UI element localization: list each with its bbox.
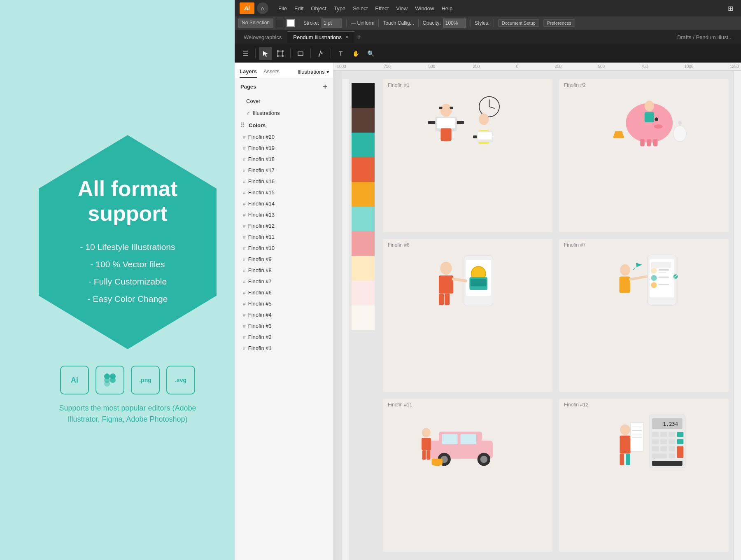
no-selection-dropdown[interactable]: No Selection [238, 19, 273, 28]
layer-item[interactable]: #Finofin #11 [235, 231, 333, 243]
add-tab-button[interactable]: + [357, 33, 361, 42]
swatch-orange [352, 157, 375, 182]
tab-close-icon[interactable]: ✕ [345, 35, 349, 40]
illustrations-dropdown[interactable]: Illustrations ▾ [293, 66, 334, 78]
layer-item[interactable]: #Finofin #7 [235, 276, 333, 287]
tools-sep-1 [255, 49, 256, 58]
layer-item[interactable]: #Finofin #4 [235, 309, 333, 320]
preferences-button[interactable]: Preferences [543, 19, 575, 27]
svg-rect-49 [439, 275, 453, 294]
home-icon[interactable]: ⌂ [257, 2, 268, 14]
svg-point-35 [645, 100, 654, 111]
svg-rect-80 [422, 438, 431, 450]
layer-item[interactable]: #Finofin #12 [235, 220, 333, 231]
canvas-area[interactable]: -1000 -750 -500 -250 0 250 500 750 1000 … [333, 63, 741, 560]
svg-rect-81 [422, 450, 426, 460]
zoom-tool-icon[interactable]: 🔍 [364, 47, 377, 60]
selection-tool-icon[interactable] [259, 47, 272, 60]
svg-rect-10 [298, 52, 303, 56]
page-cover[interactable]: Cover [235, 95, 333, 107]
menu-items: File Edit Object Type Select Effect View… [275, 4, 456, 13]
illus-finofin-11: Finofin #11 [383, 399, 552, 552]
layer-item[interactable]: #Finofin #14 [235, 198, 333, 209]
layer-item[interactable]: #Finofin #19 [235, 142, 333, 154]
ai-app-logo: Ai [240, 2, 254, 14]
layer-item[interactable]: #Finofin #6 [235, 287, 333, 298]
colors-section-header[interactable]: ⠿ Colors [235, 119, 333, 131]
layer-item[interactable]: #Finofin #13 [235, 209, 333, 220]
rectangle-tool-icon[interactable] [294, 47, 307, 60]
toolbar-separator-6 [494, 19, 494, 27]
tab-welovegraphics[interactable]: Welovegraphics [238, 32, 287, 43]
hamburger-icon[interactable]: ☰ [239, 47, 252, 60]
svg-point-31 [654, 124, 663, 129]
transform-tool-icon[interactable] [274, 47, 287, 60]
fill-color-box[interactable] [287, 19, 295, 27]
layer-item[interactable]: #Finofin #2 [235, 331, 333, 343]
ruler-top: -1000 -750 -500 -250 0 250 500 750 1000 … [333, 63, 741, 71]
stroke-value-input[interactable] [322, 19, 342, 28]
pen-tool-icon[interactable] [314, 47, 327, 60]
hash-icon: # [243, 279, 246, 285]
menu-select[interactable]: Select [350, 4, 371, 13]
tab-layers[interactable]: Layers [240, 66, 257, 78]
grid-view-icon[interactable]: ⊞ [725, 2, 736, 14]
hash-icon: # [243, 323, 246, 329]
illus-label-7: Finofin #7 [564, 242, 586, 248]
menu-type[interactable]: Type [331, 4, 349, 13]
swatch-teal [352, 133, 375, 157]
svg-point-7 [282, 50, 284, 52]
svg-rect-97 [660, 446, 667, 451]
hash-icon: # [243, 134, 246, 140]
layer-item[interactable]: #Finofin #3 [235, 320, 333, 331]
svg-rect-58 [658, 272, 666, 273]
svg-line-50 [453, 279, 466, 281]
stroke-color-box[interactable] [276, 19, 284, 27]
svg-text:1,234: 1,234 [663, 421, 678, 427]
svg-rect-22 [440, 128, 451, 141]
menu-help[interactable]: Help [438, 4, 456, 13]
layer-item[interactable]: #Finofin #8 [235, 265, 333, 276]
swatch-black [352, 83, 375, 108]
layer-item[interactable]: #Finofin #10 [235, 243, 333, 254]
svg-rect-51 [439, 294, 444, 305]
document-setup-button[interactable]: Document Setup [498, 19, 539, 27]
svg-rect-73 [442, 434, 458, 444]
menu-edit[interactable]: Edit [291, 4, 307, 13]
menu-window[interactable]: Window [412, 4, 437, 13]
add-page-button[interactable]: + [323, 82, 327, 91]
menu-file[interactable]: File [275, 4, 290, 13]
toolbar-separator-3 [378, 19, 379, 27]
hand-tool-icon[interactable]: ✋ [349, 47, 362, 60]
menu-view[interactable]: View [393, 4, 411, 13]
layer-item[interactable]: #Finofin #15 [235, 187, 333, 198]
hash-icon: # [243, 334, 246, 340]
feature-2: - 100 % Vector files [80, 256, 175, 273]
layer-item[interactable]: #Finofin #17 [235, 165, 333, 176]
swatch-light-pink [352, 281, 375, 306]
opacity-input[interactable] [443, 19, 466, 28]
layer-item[interactable]: #Finofin #20 [235, 131, 333, 142]
tab-assets[interactable]: Assets [263, 66, 280, 78]
svg-rect-93 [660, 439, 667, 444]
menu-object[interactable]: Object [308, 4, 330, 13]
svg-point-103 [620, 425, 630, 435]
tab-pendum[interactable]: Pendum Illustrations ✕ [287, 31, 354, 43]
pages-section-header: Pages + [235, 78, 333, 95]
svg-rect-111 [626, 454, 630, 465]
svg-rect-36 [645, 112, 654, 122]
layer-item[interactable]: #Finofin #1 [235, 343, 333, 354]
layer-item[interactable]: #Finofin #16 [235, 176, 333, 187]
drag-handle-icon: ⠿ [240, 122, 245, 128]
layer-item[interactable]: #Finofin #9 [235, 254, 333, 265]
svg-rect-5 [278, 51, 283, 56]
layer-item[interactable]: #Finofin #5 [235, 298, 333, 309]
layers-list: #Finofin #20#Finofin #19#Finofin #18#Fin… [235, 131, 333, 354]
text-tool-icon[interactable]: T [334, 47, 347, 60]
menu-effect[interactable]: Effect [372, 4, 392, 13]
hash-icon: # [243, 168, 246, 173]
layer-item[interactable]: #Finofin #18 [235, 154, 333, 165]
illus-finofin-12: Finofin #12 1,234 [559, 399, 729, 552]
page-illustrations[interactable]: ✓ Illustrations [235, 107, 333, 119]
page-active-check-icon: ✓ [246, 110, 250, 116]
